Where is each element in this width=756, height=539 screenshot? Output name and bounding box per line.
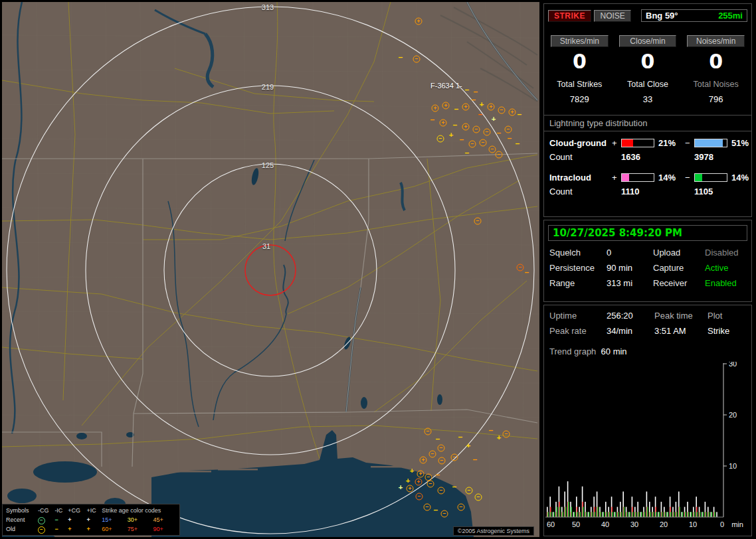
count-label: Count xyxy=(549,187,612,196)
noises-per-min-button[interactable]: Noises/min xyxy=(687,35,745,47)
strike-marker: − xyxy=(427,481,434,488)
strike-marker: + xyxy=(399,484,403,491)
strikes-per-min-value: 0 xyxy=(551,50,609,73)
ic-positive-count: 1110 xyxy=(621,187,658,196)
plus-sign: + xyxy=(612,138,621,148)
svg-text:60: 60 xyxy=(547,520,555,528)
strike-marker: − xyxy=(441,510,448,518)
strike-marker: − xyxy=(508,135,512,142)
side-panel: STRIKE NOISE Bng 59° 255mi Strikes/min C… xyxy=(541,0,756,539)
strike-marker: + xyxy=(466,442,471,449)
strike-marker: − xyxy=(465,150,470,157)
legend-header: Symbols xyxy=(5,506,37,515)
strike-marker: − xyxy=(454,106,459,113)
strike-marker: + xyxy=(407,485,414,493)
strike-marker: − xyxy=(489,146,496,153)
strike-marker: − xyxy=(460,137,464,143)
total-noises: Total Noises 796 xyxy=(687,80,745,104)
persistence-label: Persistence xyxy=(549,263,607,273)
upload-status: Disabled xyxy=(705,248,746,258)
strike-marker: + xyxy=(420,457,427,464)
strike-marker: − xyxy=(452,484,457,491)
legend-header: -CG xyxy=(37,506,53,515)
strike-marker: − xyxy=(478,112,483,118)
ic-positive-pct: 14% xyxy=(658,173,685,183)
noises-per-min-value: 0 xyxy=(687,50,745,73)
legend-symbol: − xyxy=(38,517,45,524)
range-label: Range xyxy=(549,278,607,288)
strike-marker: − xyxy=(458,504,465,511)
legend-symbol: − xyxy=(38,526,45,534)
strike-marker: − xyxy=(413,56,421,63)
status-box: 10/27/2025 8:49:20 PM Squelch 0 Upload D… xyxy=(543,220,752,302)
strike-marker: − xyxy=(430,117,435,123)
ic-negative-pct: 14% xyxy=(731,173,755,183)
capture-label: Capture xyxy=(653,263,705,273)
total-strikes: Total Strikes 7829 xyxy=(551,80,609,104)
svg-text:20: 20 xyxy=(660,520,668,528)
ic-negative-count: 1105 xyxy=(694,187,731,196)
intracloud-row: Intracloud + 14% − 14% xyxy=(549,173,751,183)
cg-negative-bar xyxy=(694,139,727,147)
strike-marker: − xyxy=(516,141,520,147)
strike-marker: − xyxy=(438,487,445,495)
strike-marker: − xyxy=(489,427,494,434)
svg-text:50: 50 xyxy=(572,520,580,528)
intracloud-count-row: Count 1110 1105 xyxy=(549,187,751,196)
strike-marker: − xyxy=(497,130,502,137)
trend-graph-label: Trend graph xyxy=(549,346,596,356)
strike-marker: + xyxy=(488,104,495,111)
cg-positive-count: 1636 xyxy=(621,152,658,162)
legend-symbol: + xyxy=(87,526,90,532)
strike-marker: − xyxy=(484,129,491,136)
strike-marker: − xyxy=(429,451,436,458)
ic-positive-bar xyxy=(621,173,654,182)
range-ring-label: 313 xyxy=(262,3,274,11)
total-noises-label: Total Noises xyxy=(687,80,745,89)
total-strikes-label: Total Strikes xyxy=(551,80,609,89)
strike-marker: − xyxy=(503,431,510,438)
legend-row-label: Old xyxy=(5,524,37,534)
statistics-box: STRIKE NOISE Bng 59° 255mi Strikes/min C… xyxy=(543,3,752,217)
strike-marker: − xyxy=(425,474,432,481)
map[interactable]: +−−−−++−+−++−+−−+−+−−−−+−−+−−−−−−−−−−−−−… xyxy=(2,2,539,537)
total-close-label: Total Close xyxy=(619,80,677,89)
svg-text:40: 40 xyxy=(601,520,609,528)
svg-text:10: 10 xyxy=(689,520,697,528)
strike-marker: − xyxy=(517,264,524,271)
legend-header: +IC xyxy=(86,506,101,515)
bearing-range-value: 255mi xyxy=(718,11,743,21)
strike-marker: − xyxy=(498,107,506,114)
strikes-per-min-button[interactable]: Strikes/min xyxy=(551,35,609,47)
noise-mode-button[interactable]: NOISE xyxy=(594,10,630,22)
strike-marker: − xyxy=(465,87,470,94)
cg-negative-count: 3978 xyxy=(694,152,731,162)
range-ring-label: 125 xyxy=(262,161,274,169)
strike-marker: − xyxy=(474,89,478,96)
strike-mode-button[interactable]: STRIKE xyxy=(548,10,591,22)
cloud-ground-label: Cloud-ground xyxy=(549,138,612,148)
strike-marker: + xyxy=(410,467,415,474)
total-strikes-value: 7829 xyxy=(551,94,609,104)
squelch-label: Squelch xyxy=(549,248,607,258)
strike-marker: + xyxy=(406,477,411,484)
cg-positive-pct: 21% xyxy=(658,138,685,148)
datetime-display: 10/27/2025 8:49:20 PM xyxy=(548,225,747,241)
minus-sign: − xyxy=(685,173,694,183)
range-ring-label: 219 xyxy=(262,83,274,91)
strike-marker: + xyxy=(432,105,439,112)
close-per-min-value: 0 xyxy=(619,50,677,73)
strike-marker: − xyxy=(436,472,440,479)
strike-marker: − xyxy=(437,135,444,143)
legend-row-label: Recent xyxy=(5,515,37,524)
strike-marker: − xyxy=(458,434,463,441)
close-per-min-button[interactable]: Close/min xyxy=(619,35,677,47)
legend-age-code: 60+ xyxy=(100,524,126,534)
total-noises-value: 796 xyxy=(687,94,745,104)
cg-negative-pct: 51% xyxy=(731,138,755,148)
legend-age-header: Strike age color codes xyxy=(100,506,177,515)
range-ring-label: 31 xyxy=(262,242,270,250)
peak-rate-label: Peak rate xyxy=(549,326,607,336)
strike-marker: − xyxy=(438,457,446,465)
strike-marker: − xyxy=(399,54,403,61)
